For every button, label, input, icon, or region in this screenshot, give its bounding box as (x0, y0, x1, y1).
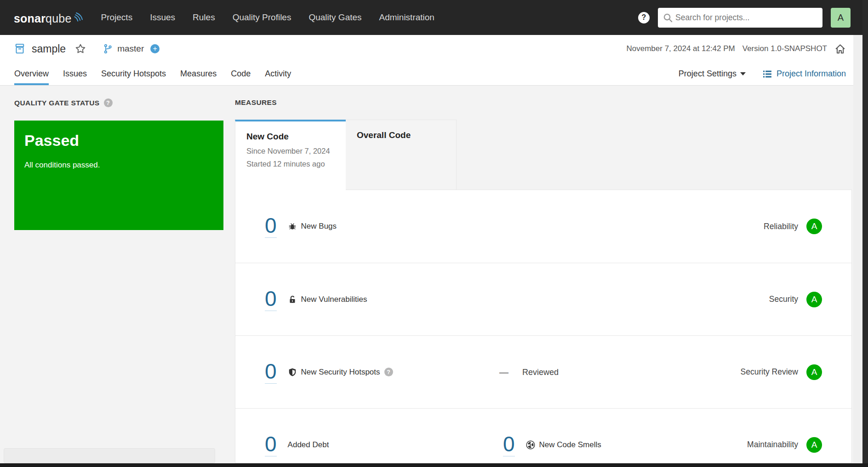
new-bugs-count[interactable]: 0 (265, 215, 277, 238)
new-bugs-label: New Bugs (301, 222, 337, 231)
new-hotspots-count[interactable]: 0 (265, 361, 277, 384)
search-icon (662, 12, 673, 23)
security-review-rating-badge: A (806, 364, 822, 380)
logo-text-light: qube (46, 12, 71, 25)
code-smell-icon (526, 440, 535, 450)
user-avatar[interactable]: A (831, 8, 851, 28)
new-vulnerabilities-count[interactable]: 0 (265, 288, 277, 311)
tab-security-hotspots[interactable]: Security Hotspots (101, 63, 166, 85)
tab-measures[interactable]: Measures (180, 63, 217, 85)
measures-section-title: MEASURES (235, 98, 277, 107)
added-debt-count[interactable]: 0 (265, 433, 277, 456)
analysis-date: November 7, 2024 at 12:42 PM (627, 44, 735, 53)
reviewed-label: Reviewed (522, 367, 559, 377)
new-code-since: Since November 7, 2024 (246, 146, 335, 156)
nav-item-administration[interactable]: Administration (379, 12, 434, 23)
project-icon (14, 43, 25, 54)
help-icon[interactable]: ? (638, 12, 650, 23)
project-information-label: Project Information (777, 69, 846, 79)
window-right-edge (862, 0, 868, 467)
window-bottom-edge (0, 463, 868, 467)
list-icon (762, 69, 772, 79)
maintainability-label: Maintainability (747, 440, 798, 450)
quality-gate-help-icon[interactable]: ? (104, 98, 113, 107)
tab-overview[interactable]: Overview (14, 63, 49, 85)
top-navbar: sonarqube Projects Issues Rules Quality … (0, 0, 868, 35)
code-period-tabs: New Code Since November 7, 2024 Started … (235, 120, 457, 190)
new-code-smells-count[interactable]: 0 (503, 433, 515, 456)
measures-card: 0 New Bugs Reliability A 0 (235, 190, 852, 463)
tab-code[interactable]: Code (231, 63, 251, 85)
quality-gate-panel: Passed All conditions passed. (14, 121, 223, 230)
project-version: Version 1.0-SNAPSHOT (742, 44, 827, 53)
new-vulnerabilities-label: New Vulnerabilities (301, 295, 367, 304)
nav-item-quality-profiles[interactable]: Quality Profiles (233, 12, 291, 23)
chevron-down-icon (740, 72, 746, 75)
hotspots-help-icon[interactable]: ? (384, 368, 393, 376)
project-settings-menu[interactable]: Project Settings (679, 69, 746, 79)
reliability-rating-badge: A (806, 219, 822, 234)
security-review-label: Security Review (741, 367, 798, 377)
reviewed-dash: — (499, 367, 508, 377)
quality-gate-status: Passed (24, 132, 213, 150)
maintainability-rating-badge: A (806, 437, 822, 453)
reliability-label: Reliability (764, 222, 798, 231)
tab-overall-code[interactable]: Overall Code (346, 120, 457, 190)
bug-icon (288, 222, 297, 231)
status-tooltip-ghost (4, 448, 215, 463)
lock-icon (288, 295, 297, 304)
measure-row-bugs: 0 New Bugs Reliability A (235, 190, 851, 263)
tab-issues[interactable]: Issues (63, 63, 87, 85)
favorite-star-icon[interactable] (75, 43, 86, 54)
measure-row-maintainability: 0 Added Debt 0 New Code Smells Maintaina… (235, 408, 851, 463)
add-branch-icon[interactable]: + (150, 44, 160, 53)
main-navigation: Projects Issues Rules Quality Profiles Q… (101, 12, 434, 23)
quality-gate-description: All conditions passed. (24, 161, 213, 170)
new-code-started: Started 12 minutes ago (246, 160, 335, 168)
tab-activity[interactable]: Activity (265, 63, 291, 85)
overall-code-label: Overall Code (357, 130, 445, 140)
project-name: sample (32, 43, 66, 55)
measure-row-vulnerabilities: 0 New Vulnerabilities Security A (235, 263, 851, 335)
global-search (658, 8, 822, 28)
branch-name: master (117, 44, 144, 54)
new-code-smells-label: New Code Smells (539, 440, 601, 450)
branch-icon (103, 44, 113, 54)
measure-row-hotspots: 0 New Security Hotspots ? — Reviewed Sec… (235, 335, 851, 408)
new-code-label: New Code (246, 132, 335, 142)
search-input[interactable] (658, 8, 822, 28)
sonar-swoosh-icon (73, 10, 86, 23)
quality-gate-section-title: QUALITY GATE STATUS (14, 99, 100, 107)
security-label: Security (769, 294, 798, 304)
new-hotspots-label: New Security Hotspots (301, 368, 380, 377)
added-debt-label: Added Debt (288, 440, 329, 450)
nav-item-issues[interactable]: Issues (150, 12, 175, 23)
overview-content: QUALITY GATE STATUS ? Passed All conditi… (0, 86, 862, 463)
project-settings-label: Project Settings (679, 69, 737, 79)
nav-item-rules[interactable]: Rules (193, 12, 215, 23)
logo-text-bold: sonar (14, 12, 46, 25)
project-tabbar: Overview Issues Security Hotspots Measur… (0, 63, 862, 86)
home-icon[interactable] (834, 43, 846, 55)
tab-new-code[interactable]: New Code Since November 7, 2024 Started … (235, 120, 346, 190)
nav-item-quality-gates[interactable]: Quality Gates (308, 12, 361, 23)
security-rating-badge: A (806, 292, 822, 307)
nav-item-projects[interactable]: Projects (101, 12, 133, 23)
project-information-button[interactable]: Project Information (762, 69, 846, 79)
sonarqube-logo[interactable]: sonarqube (14, 10, 86, 25)
vertical-scrollbar[interactable] (853, 35, 862, 463)
shield-icon (288, 368, 297, 377)
project-header: sample master + November 7, 2024 at 12:4… (0, 35, 862, 63)
